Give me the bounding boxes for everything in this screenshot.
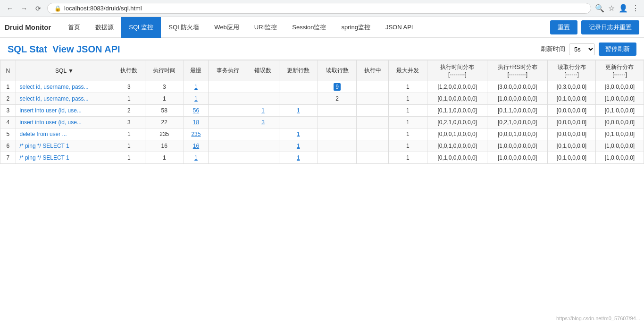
cell-sql[interactable]: select id, username, pass... (16, 81, 113, 93)
cell-update-rows (279, 81, 318, 93)
account-icon[interactable]: 👤 (619, 4, 628, 13)
cell-exec-time-dist: [0,1,0,0,0,0,0,0] (427, 93, 487, 105)
app-title: Druid Monitor (5, 23, 51, 31)
page-title: SQL Stat View JSON API (8, 44, 120, 55)
cell-max-concurrent: 1 (388, 105, 427, 117)
nav-session[interactable]: Session监控 (284, 17, 334, 38)
cell-sql[interactable]: select id, username, pass... (16, 93, 113, 105)
cell-exec-count: 1 (113, 140, 145, 152)
bookmark-icon[interactable]: ☆ (608, 4, 615, 13)
cell-read-rows (318, 117, 357, 128)
col-exec-time: 执行时间 (145, 60, 184, 81)
cell-read-rows: 2 (318, 93, 357, 105)
cell-sql[interactable]: delete from user ... (16, 128, 113, 140)
col-sql[interactable]: SQL ▼ (16, 60, 113, 81)
nav-buttons: 重置 记录日志并重置 (550, 20, 639, 34)
col-exec-rs-dist: 执行+RS时分布[---------] (487, 60, 548, 81)
cell-exec-count: 3 (113, 117, 145, 128)
cell-slowest: 18 (184, 117, 208, 128)
search-icon[interactable]: 🔍 (595, 4, 604, 13)
cell-read-row-dist: [0,1,0,0,0,0] (548, 93, 596, 105)
cell-tx-exec (208, 152, 247, 164)
nav-uri[interactable]: URI监控 (247, 17, 284, 38)
nav-firewall[interactable]: SQL防火墙 (161, 17, 207, 38)
page-header: SQL Stat View JSON API 刷新时间 5s 10s 30s 6… (0, 38, 644, 60)
cell-n: 6 (0, 140, 16, 152)
cell-executing (357, 81, 388, 93)
cell-update-rows (279, 93, 318, 105)
cell-exec-time: 58 (145, 105, 184, 117)
table-header-row: N SQL ▼ 执行数 执行时间 最慢 事务执行 错误数 更新行数 读取行数 执… (0, 60, 644, 81)
cell-exec-count: 1 (113, 128, 145, 140)
cell-read-rows (318, 105, 357, 117)
page-title-link[interactable]: View JSON API (52, 44, 120, 54)
cell-read-rows: 9 (318, 81, 357, 93)
cell-read-rows (318, 152, 357, 164)
nav-sql[interactable]: SQL监控 (121, 17, 161, 38)
cell-err-count: 3 (247, 117, 279, 128)
browser-icons: 🔍 ☆ 👤 ⋮ (595, 4, 639, 13)
cell-sql[interactable]: /* ping */ SELECT 1 (16, 140, 113, 152)
cell-tx-exec (208, 117, 247, 128)
menu-icon[interactable]: ⋮ (632, 4, 639, 13)
cell-max-concurrent: 1 (388, 117, 427, 128)
cell-update-row-dist: [3,0,0,0,0,0] (595, 81, 644, 93)
cell-read-rows (318, 140, 357, 152)
nav-spring[interactable]: spring监控 (334, 17, 378, 38)
cell-exec-rs-dist: [1,0,0,0,0,0,0,0] (487, 140, 548, 152)
cell-executing (357, 93, 388, 105)
refresh-select[interactable]: 5s 10s 30s 60s (569, 43, 595, 55)
cell-exec-time-dist: [0,0,0,1,0,0,0,0] (427, 128, 487, 140)
cell-exec-time-dist: [0,1,1,0,0,0,0,0] (427, 105, 487, 117)
col-n: N (0, 60, 16, 81)
cell-executing (357, 152, 388, 164)
pause-button[interactable]: 暂停刷新 (599, 43, 636, 56)
cell-err-count (247, 140, 279, 152)
cell-tx-exec (208, 81, 247, 93)
cell-slowest: 56 (184, 105, 208, 117)
sql-stat-table: N SQL ▼ 执行数 执行时间 最慢 事务执行 错误数 更新行数 读取行数 执… (0, 60, 644, 164)
nav-home[interactable]: 首页 (60, 17, 88, 38)
cell-max-concurrent: 1 (388, 152, 427, 164)
cell-n: 1 (0, 81, 16, 93)
nav-items: 首页 数据源 SQL监控 SQL防火墙 Web应用 URI监控 Session监… (60, 17, 550, 38)
reset-button[interactable]: 重置 (550, 20, 577, 34)
cell-update-rows: 1 (279, 128, 318, 140)
nav-jsonapi[interactable]: JSON API (378, 17, 421, 38)
cell-executing (357, 140, 388, 152)
cell-update-rows: 1 (279, 152, 318, 164)
cell-update-row-dist: [1,0,0,0,0,0] (595, 140, 644, 152)
cell-max-concurrent: 1 (388, 81, 427, 93)
table-wrapper: N SQL ▼ 执行数 执行时间 最慢 事务执行 错误数 更新行数 读取行数 执… (0, 60, 644, 164)
cell-sql[interactable]: /* ping */ SELECT 1 (16, 152, 113, 164)
col-slowest: 最慢 (184, 60, 208, 81)
cell-exec-rs-dist: [1,0,0,0,0,0,0,0] (487, 152, 548, 164)
forward-button[interactable]: → (19, 3, 29, 14)
cell-exec-time: 1 (145, 93, 184, 105)
cell-err-count (247, 81, 279, 93)
nav-datasource[interactable]: 数据源 (88, 17, 121, 38)
nav-webapp[interactable]: Web应用 (207, 17, 247, 38)
cell-read-row-dist: [0,1,0,0,0,0] (548, 152, 596, 164)
lock-icon: 🔒 (54, 5, 61, 12)
cell-tx-exec (208, 140, 247, 152)
cell-sql[interactable]: insert into user (id, use... (16, 105, 113, 117)
log-reset-button[interactable]: 记录日志并重置 (581, 20, 639, 34)
cell-err-count (247, 128, 279, 140)
reload-button[interactable]: ⟳ (33, 3, 43, 14)
url-text: localhost:8083/druid/sql.html (64, 5, 142, 12)
back-button[interactable]: ← (5, 3, 15, 14)
col-exec-time-dist: 执行时间分布[--------] (427, 60, 487, 81)
cell-exec-count: 1 (113, 152, 145, 164)
cell-tx-exec (208, 93, 247, 105)
cell-update-row-dist: [1,0,0,0,0,0] (595, 93, 644, 105)
cell-exec-time: 22 (145, 117, 184, 128)
table-row: 4insert into user (id, use...3221831[0,2… (0, 117, 644, 128)
cell-read-row-dist: [0,1,0,0,0,0] (548, 140, 596, 152)
cell-sql[interactable]: insert into user (id, use... (16, 117, 113, 128)
cell-exec-time: 235 (145, 128, 184, 140)
cell-exec-time: 3 (145, 81, 184, 93)
cell-n: 4 (0, 117, 16, 128)
refresh-bar: 刷新时间 5s 10s 30s 60s 暂停刷新 (541, 43, 636, 56)
cell-update-rows: 1 (279, 105, 318, 117)
